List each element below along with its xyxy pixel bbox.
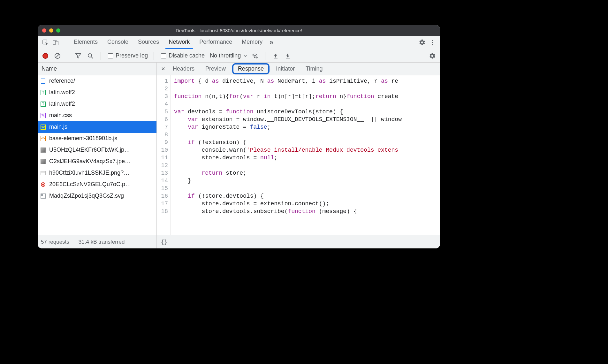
throttling-dropdown[interactable]: No throttling: [210, 52, 247, 59]
request-name: latin.woff2: [49, 101, 75, 107]
detail-tabs-bar: × HeadersPreviewResponseInitiatorTiming: [157, 63, 440, 75]
panel-tab-memory[interactable]: Memory: [239, 36, 266, 49]
request-name: h90CtfziXluvh1LSSKJE.png?…: [49, 170, 129, 176]
request-row[interactable]: <>main.js: [38, 121, 156, 133]
line-number: 12: [157, 162, 168, 169]
line-number: 5: [157, 108, 168, 116]
panel-tab-network[interactable]: Network: [165, 36, 193, 49]
detail-tab-response[interactable]: Response: [232, 63, 270, 74]
line-number-gutter: 123456789101112131415161718: [157, 75, 171, 235]
detail-tab-timing[interactable]: Timing: [301, 63, 327, 74]
devtools-window: DevTools - localhost:8080/docs/devtools/…: [38, 25, 440, 248]
code-line: store.devtools = extension.connect();: [174, 200, 440, 208]
network-conditions-icon[interactable]: [250, 51, 259, 60]
code-line: store.devtools.subscribe(function (messa…: [174, 208, 440, 215]
font-file-icon: T: [40, 90, 46, 95]
separator: [74, 239, 74, 246]
svg-rect-13: [286, 58, 290, 58]
svg-line-7: [56, 54, 59, 58]
line-number: 14: [157, 177, 168, 185]
detail-tab-preview[interactable]: Preview: [201, 63, 230, 74]
line-number: 9: [157, 139, 168, 146]
svg-point-8: [88, 54, 92, 57]
separator: [101, 52, 101, 60]
doc-file-icon: [40, 78, 46, 84]
detail-footer: {}: [157, 235, 440, 248]
detail-tab-initiator[interactable]: Initiator: [271, 63, 299, 74]
download-har-icon[interactable]: [283, 51, 292, 60]
titlebar: DevTools - localhost:8080/docs/devtools/…: [38, 25, 440, 36]
svg-rect-2: [55, 41, 58, 45]
code-line: if (!extension) {: [174, 139, 440, 146]
code-line: [174, 85, 440, 93]
filter-icon[interactable]: [74, 51, 83, 60]
request-row[interactable]: Tlatin.woff2: [38, 87, 156, 98]
content-area: Name reference/Tlatin.woff2Tlatin.woff2m…: [38, 63, 440, 248]
code-line: var ignoreState = false;: [174, 123, 440, 131]
more-tabs-button[interactable]: »: [267, 38, 276, 47]
request-row[interactable]: O2slJEHG9avKV4aqzSx7.jpe…: [38, 156, 156, 167]
request-row[interactable]: reference/: [38, 75, 156, 87]
js-file-icon: <>: [40, 136, 46, 141]
separator: [265, 52, 265, 60]
request-row[interactable]: main.css: [38, 110, 156, 121]
code-line: [174, 100, 440, 108]
disable-cache-label: Disable cache: [169, 52, 205, 59]
main-tabs-bar: ElementsConsoleSourcesNetworkPerformance…: [38, 36, 440, 49]
sidebar-status-bar: 57 requests 31.4 kB transferred: [38, 235, 156, 248]
settings-gear-icon[interactable]: [418, 38, 427, 47]
separator: [68, 52, 68, 60]
response-code-viewer[interactable]: 123456789101112131415161718 import { d a…: [157, 75, 440, 235]
request-detail-panel: × HeadersPreviewResponseInitiatorTiming …: [157, 63, 440, 248]
clear-button[interactable]: [53, 51, 62, 60]
sidebar-column-header[interactable]: Name: [38, 63, 156, 75]
line-number: 7: [157, 123, 168, 131]
request-row[interactable]: <>base-element-3018901b.js: [38, 133, 156, 144]
close-detail-button[interactable]: ×: [159, 65, 168, 72]
request-row[interactable]: h90CtfziXluvh1LSSKJE.png?…: [38, 167, 156, 179]
request-name: main.js: [49, 124, 67, 130]
request-name: U5OHzQL4tEKFr6OFlxWK.jp…: [49, 147, 130, 153]
line-number: 6: [157, 116, 168, 123]
code-line: if (!store.devtools) {: [174, 192, 440, 200]
svg-line-9: [91, 57, 93, 58]
code-line: var devtools = function unistoreDevTools…: [174, 108, 440, 116]
panel-tab-sources[interactable]: Sources: [135, 36, 162, 49]
code-line: [174, 185, 440, 192]
disable-cache-checkbox[interactable]: Disable cache: [161, 52, 205, 59]
rec-file-icon: [40, 182, 46, 187]
inspect-element-icon[interactable]: [41, 38, 50, 47]
request-name: reference/: [49, 78, 75, 84]
request-row[interactable]: U5OHzQL4tEKFr6OFlxWK.jp…: [38, 144, 156, 156]
svg-point-5: [432, 44, 433, 45]
code-line: return store;: [174, 169, 440, 177]
record-button[interactable]: [41, 51, 50, 60]
code-line: var extension = window.__REDUX_DEVTOOLS_…: [174, 116, 440, 123]
detail-tab-headers[interactable]: Headers: [168, 63, 199, 74]
panel-tab-console[interactable]: Console: [104, 36, 132, 49]
svg-point-10: [255, 57, 255, 57]
network-settings-gear-icon[interactable]: [428, 51, 437, 60]
preserve-log-checkbox[interactable]: Preserve log: [108, 52, 148, 59]
kebab-menu-icon[interactable]: [428, 38, 437, 47]
upload-har-icon[interactable]: [271, 51, 280, 60]
device-toolbar-icon[interactable]: [51, 38, 60, 47]
svg-point-3: [432, 40, 433, 41]
network-toolbar: Preserve log Disable cache No throttling: [38, 49, 440, 63]
request-row[interactable]: MadqZslZpo1sj3qQ3GsZ.svg: [38, 190, 156, 202]
search-icon[interactable]: [86, 51, 95, 60]
request-sidebar: Name reference/Tlatin.woff2Tlatin.woff2m…: [38, 63, 157, 248]
request-row[interactable]: 20E6CLcSzNV2GELQu7oC.p…: [38, 179, 156, 190]
line-number: 1: [157, 77, 168, 85]
svg-rect-12: [274, 58, 277, 58]
chevron-down-icon: [243, 54, 247, 58]
checkbox-icon: [108, 53, 113, 58]
panel-tab-performance[interactable]: Performance: [196, 36, 235, 49]
request-count-label: 57 requests: [41, 239, 69, 245]
pretty-print-button[interactable]: {}: [161, 239, 168, 245]
panel-tab-elements[interactable]: Elements: [71, 36, 101, 49]
code-content: import { d as directive, N as NodePart, …: [171, 75, 440, 235]
code-line: import { d as directive, N as NodePart, …: [174, 77, 440, 85]
line-number: 18: [157, 208, 168, 215]
request-row[interactable]: Tlatin.woff2: [38, 98, 156, 110]
